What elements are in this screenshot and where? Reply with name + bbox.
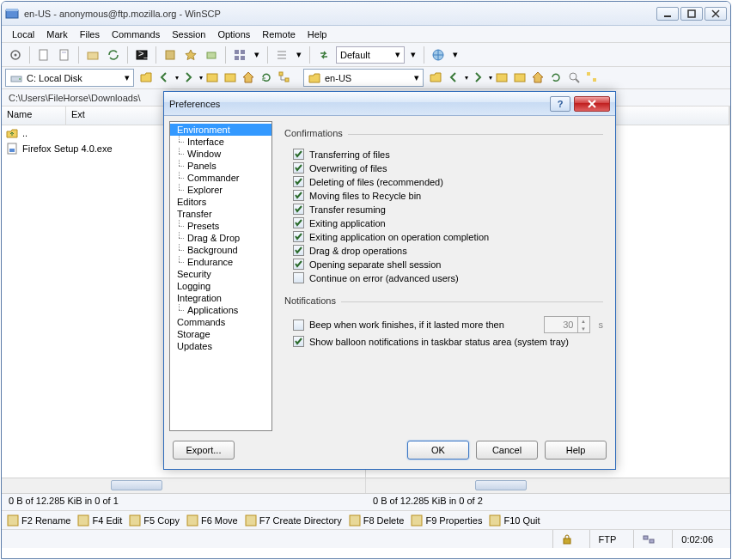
left-home-icon[interactable] <box>241 70 257 86</box>
tb-tool2-icon[interactable] <box>182 46 199 64</box>
right-refresh-icon[interactable] <box>549 70 564 86</box>
tree-commander[interactable]: Commander <box>170 172 271 184</box>
fkey-f5[interactable]: F5 Copy <box>129 514 180 527</box>
tree-applications[interactable]: Applications <box>170 304 271 316</box>
left-folder1-icon[interactable] <box>205 70 221 86</box>
tree-logging[interactable]: Logging <box>170 280 271 292</box>
tb-tool1-icon[interactable] <box>162 46 179 64</box>
ok-button[interactable]: OK <box>407 441 469 460</box>
right-open-icon[interactable] <box>429 70 444 86</box>
fkey-f2[interactable]: F2 Rename <box>7 514 70 527</box>
right-home-icon[interactable] <box>531 70 546 86</box>
right-drive-combo[interactable]: en-US ▾ <box>303 69 424 87</box>
tree-explorer[interactable]: Explorer <box>170 184 271 196</box>
left-fwd-icon[interactable] <box>181 70 197 86</box>
confirm-checkbox[interactable] <box>293 176 304 187</box>
left-drive-combo[interactable]: C: Local Disk ▾ <box>5 69 134 87</box>
right-find-icon[interactable] <box>567 70 583 86</box>
tree-editors[interactable]: Editors <box>170 196 271 208</box>
left-refresh-icon[interactable] <box>259 70 275 86</box>
right-tree-icon[interactable] <box>585 70 601 86</box>
tree-updates[interactable]: Updates <box>170 340 271 352</box>
fkey-f10[interactable]: F10 Quit <box>489 514 540 527</box>
menu-files[interactable]: Files <box>75 27 105 41</box>
dialog-titlebar[interactable]: Preferences ? <box>164 92 615 116</box>
tree-commands[interactable]: Commands <box>170 316 271 328</box>
transfer-preset-drop[interactable]: ▾ <box>408 49 418 60</box>
fkey-f7[interactable]: F7 Create Directory <box>245 514 342 527</box>
tb-grid2-drop[interactable]: ▾ <box>294 49 304 60</box>
tree-drag-drop[interactable]: Drag & Drop <box>170 232 271 244</box>
menu-options[interactable]: Options <box>212 27 255 41</box>
dialog-help-button[interactable]: ? <box>550 96 570 112</box>
beep-seconds-spinner[interactable]: ▲▼ <box>544 316 590 333</box>
confirm-checkbox[interactable] <box>293 245 304 256</box>
tree-panels[interactable]: Panels <box>170 160 271 172</box>
tb-doc1-icon[interactable] <box>35 46 52 64</box>
tb-terminal-icon[interactable]: >_ <box>133 46 150 64</box>
minimize-button[interactable] <box>656 7 679 21</box>
tree-interface[interactable]: Interface <box>170 136 271 148</box>
confirm-checkbox[interactable] <box>293 190 304 201</box>
tree-transfer[interactable]: Transfer <box>170 208 271 220</box>
cancel-button[interactable]: Cancel <box>476 441 538 460</box>
menu-commands[interactable]: Commands <box>107 27 165 41</box>
menu-remote[interactable]: Remote <box>257 27 301 41</box>
left-back-icon[interactable] <box>157 70 173 86</box>
right-folder2-icon[interactable] <box>513 70 528 86</box>
menu-mark[interactable]: Mark <box>41 27 72 41</box>
tb-globe-drop[interactable]: ▾ <box>450 49 461 60</box>
fkey-f6[interactable]: F6 Move <box>186 514 238 527</box>
close-button[interactable] <box>705 7 727 21</box>
tb-tool3-icon[interactable] <box>203 46 220 64</box>
right-folder1-icon[interactable] <box>495 70 510 86</box>
tb-grid1-drop[interactable]: ▾ <box>252 49 262 60</box>
beep-seconds-input[interactable] <box>545 320 577 330</box>
confirm-checkbox[interactable] <box>293 259 304 270</box>
right-fwd-icon[interactable] <box>471 70 486 86</box>
help-button[interactable]: Help <box>545 441 607 460</box>
right-back-icon[interactable] <box>447 70 462 86</box>
tree-window[interactable]: Window <box>170 148 271 160</box>
tree-storage[interactable]: Storage <box>170 328 271 340</box>
menu-local[interactable]: Local <box>7 27 40 41</box>
col-name[interactable]: Name <box>2 107 66 125</box>
left-tree-icon[interactable] <box>278 70 293 86</box>
notify-checkbox[interactable] <box>293 320 304 331</box>
dialog-close-button[interactable] <box>574 96 610 112</box>
menu-help[interactable]: Help <box>302 27 332 41</box>
confirm-checkbox[interactable] <box>293 204 304 215</box>
tb-grid2-icon[interactable] <box>273 46 290 64</box>
preferences-tree[interactable]: EnvironmentInterfaceWindowPanelsCommande… <box>169 121 272 431</box>
tb-transfer-icon[interactable] <box>315 46 332 64</box>
right-scrollbar[interactable] <box>366 478 729 493</box>
tree-integration[interactable]: Integration <box>170 292 271 304</box>
tb-new-icon[interactable] <box>7 46 24 64</box>
export-button[interactable]: Export... <box>173 441 235 460</box>
notify-checkbox[interactable] <box>293 336 304 347</box>
tb-grid1-icon[interactable] <box>231 46 248 64</box>
confirm-checkbox[interactable] <box>293 272 304 283</box>
tree-presets[interactable]: Presets <box>170 220 271 232</box>
left-scrollbar[interactable] <box>2 478 365 493</box>
tree-endurance[interactable]: Endurance <box>170 256 271 268</box>
tree-security[interactable]: Security <box>170 268 271 280</box>
left-folder2-icon[interactable] <box>223 70 239 86</box>
fkey-f8[interactable]: F8 Delete <box>349 514 405 527</box>
confirm-checkbox[interactable] <box>293 149 304 160</box>
fkey-f9[interactable]: F9 Properties <box>411 514 482 527</box>
tb-box-icon[interactable] <box>84 46 101 64</box>
tb-doc2-icon[interactable] <box>56 46 73 64</box>
tree-background[interactable]: Background <box>170 244 271 256</box>
transfer-preset-combo[interactable]: Default ▾ <box>336 46 405 64</box>
tb-sync-icon[interactable] <box>105 46 122 64</box>
maximize-button[interactable] <box>680 7 703 21</box>
tb-globe-icon[interactable] <box>430 46 447 64</box>
titlebar[interactable]: en-US - anonymous@ftp.mozilla.org - WinS… <box>2 2 730 26</box>
fkey-f4[interactable]: F4 Edit <box>77 514 122 527</box>
confirm-checkbox[interactable] <box>293 217 304 228</box>
confirm-checkbox[interactable] <box>293 231 304 242</box>
confirm-checkbox[interactable] <box>293 162 304 173</box>
menu-session[interactable]: Session <box>167 27 210 41</box>
left-open-icon[interactable] <box>139 70 155 86</box>
